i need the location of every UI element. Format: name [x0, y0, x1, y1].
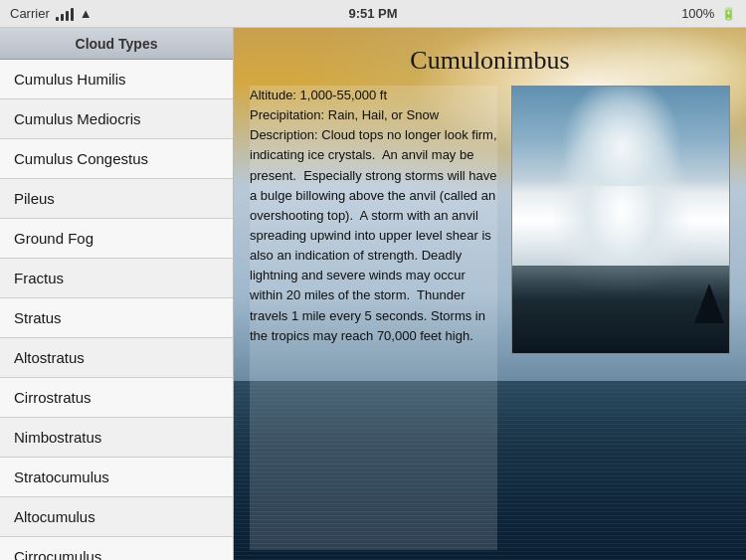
sidebar-item-pileus[interactable]: Pileus — [0, 179, 233, 219]
silhouette-layer — [512, 303, 729, 353]
main-layout: Cloud Types Cumulus HumilisCumulus Medio… — [0, 28, 746, 560]
sidebar-item-ground-fog[interactable]: Ground Fog — [0, 219, 233, 259]
sidebar-item-fractus[interactable]: Fractus — [0, 259, 233, 298]
sidebar-item-altostratus[interactable]: Altostratus — [0, 338, 233, 378]
battery-icon: 🔋 — [721, 7, 736, 21]
sidebar-item-cirrocumulus[interactable]: Cirrocumulus — [0, 537, 233, 560]
content-area: Cumulonimbus Altitude: 1,000-55,000 ft P… — [234, 28, 746, 560]
sidebar-item-altocumulus[interactable]: Altocumulus — [0, 497, 233, 537]
cloud-description: Altitude: 1,000-55,000 ft Precipitation:… — [250, 86, 497, 550]
sidebar-item-cumulus-congestus[interactable]: Cumulus Congestus — [0, 139, 233, 179]
sidebar-item-nimbostratus[interactable]: Nimbostratus — [0, 418, 233, 458]
status-left: Carrier ▲ — [10, 6, 93, 21]
status-bar: Carrier ▲ 9:51 PM 100% 🔋 — [0, 0, 746, 28]
wifi-icon: ▲ — [80, 6, 93, 21]
carrier-label: Carrier — [10, 6, 50, 21]
sidebar-item-stratus[interactable]: Stratus — [0, 298, 233, 338]
sidebar-item-cumulus-mediocris[interactable]: Cumulus Mediocris — [0, 99, 233, 139]
cloud-image — [511, 86, 730, 354]
sidebar-item-stratocumulus[interactable]: Stratocumulus — [0, 458, 233, 497]
sidebar-item-cirrostratus[interactable]: Cirrostratus — [0, 378, 233, 418]
time-display: 9:51 PM — [348, 6, 397, 21]
sidebar-item-cumulus-humilis[interactable]: Cumulus Humilis — [0, 60, 233, 99]
cloud-shadow-layer — [512, 266, 729, 305]
cloud-top-layer — [552, 87, 691, 186]
cloud-title: Cumulonimbus — [234, 28, 746, 86]
content-panel: Cumulonimbus Altitude: 1,000-55,000 ft P… — [234, 28, 746, 560]
battery-percentage: 100% — [681, 6, 714, 21]
sidebar-list: Cumulus HumilisCumulus MediocrisCumulus … — [0, 60, 233, 560]
cloud-content: Altitude: 1,000-55,000 ft Precipitation:… — [234, 86, 746, 560]
signal-icon — [56, 7, 74, 21]
sidebar-header: Cloud Types — [0, 28, 233, 60]
sidebar: Cloud Types Cumulus HumilisCumulus Medio… — [0, 28, 234, 560]
battery-indicator: 100% 🔋 — [681, 6, 736, 21]
